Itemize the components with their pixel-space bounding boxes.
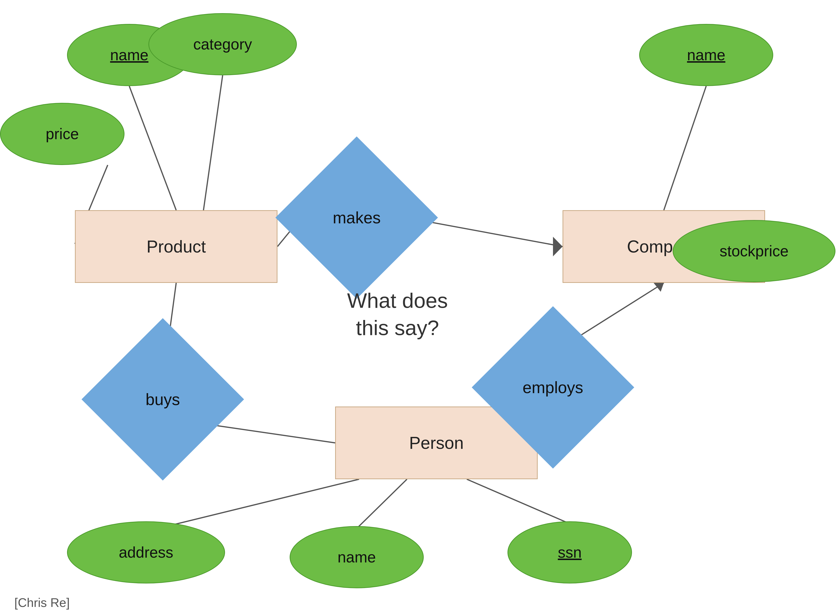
- attr-person-address: address: [67, 521, 225, 584]
- relation-buys: buys: [82, 318, 244, 481]
- attr-company-stockprice-label: stockprice: [719, 242, 789, 260]
- footer-credit: [Chris Re]: [14, 595, 70, 610]
- attr-person-ssn-label: ssn: [558, 544, 582, 561]
- svg-line-1: [203, 75, 223, 210]
- attr-product-name-label: name: [110, 46, 149, 64]
- attr-person-name-label: name: [338, 549, 376, 566]
- relation-employs-label: employs: [522, 378, 583, 397]
- attr-product-category: category: [149, 13, 297, 75]
- attr-product-category-label: category: [193, 35, 252, 53]
- attr-person-name: name: [290, 526, 424, 588]
- entity-product-label: Product: [147, 237, 206, 256]
- attr-company-name-label: name: [687, 46, 725, 64]
- svg-line-0: [129, 86, 176, 210]
- svg-line-15: [467, 479, 570, 524]
- attr-company-stockprice: stockprice: [673, 220, 836, 282]
- footer-label: [Chris Re]: [14, 595, 70, 610]
- svg-marker-5: [553, 237, 563, 256]
- relation-buys-label: buys: [146, 390, 180, 409]
- attr-company-name: name: [639, 24, 773, 86]
- attr-product-price-label: price: [46, 125, 79, 143]
- svg-line-14: [357, 479, 407, 528]
- svg-line-6: [664, 86, 706, 210]
- entity-person-label: Person: [409, 433, 464, 453]
- attr-person-address-label: address: [119, 544, 173, 561]
- question-text: What doesthis say?: [347, 287, 448, 342]
- relation-makes-label: makes: [333, 208, 381, 227]
- er-diagram: Product Company Person makes buys employ…: [0, 0, 840, 616]
- relation-makes: makes: [275, 136, 438, 299]
- attr-product-price: price: [0, 103, 125, 165]
- svg-line-4: [419, 220, 563, 246]
- entity-product: Product: [75, 210, 277, 283]
- svg-line-13: [168, 479, 359, 526]
- question-label: What doesthis say?: [347, 289, 448, 340]
- attr-person-ssn: ssn: [508, 521, 632, 584]
